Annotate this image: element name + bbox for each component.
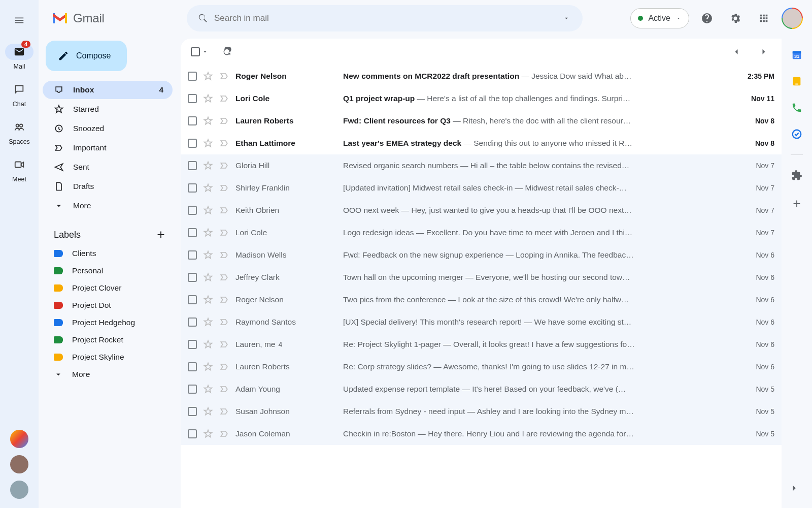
page-prev-button[interactable] xyxy=(726,41,747,62)
star-toggle[interactable] xyxy=(203,362,213,372)
email-row[interactable]: Madison Wells Fwd: Feedback on the new s… xyxy=(181,244,782,266)
star-toggle[interactable] xyxy=(203,205,213,215)
important-toggle[interactable] xyxy=(219,183,229,193)
important-toggle[interactable] xyxy=(219,317,229,327)
important-toggle[interactable] xyxy=(219,161,229,171)
search-input[interactable] xyxy=(214,13,555,23)
nav-item-more[interactable]: More xyxy=(43,197,173,215)
label-item[interactable]: Personal xyxy=(43,262,173,279)
compose-button[interactable]: Compose xyxy=(46,41,127,71)
important-toggle[interactable] xyxy=(219,93,229,104)
email-row[interactable]: Jason Coleman Checkin in re:Boston — Hey… xyxy=(181,423,782,445)
select-all-checkbox[interactable] xyxy=(188,44,211,59)
row-checkbox[interactable] xyxy=(188,385,197,394)
row-checkbox[interactable] xyxy=(188,183,197,193)
email-row[interactable]: Lauren Roberts Re: Corp strategy slides?… xyxy=(181,356,782,378)
star-toggle[interactable] xyxy=(203,317,213,327)
row-checkbox[interactable] xyxy=(188,116,197,125)
row-checkbox[interactable] xyxy=(188,206,197,215)
integration-shortcut-1[interactable] xyxy=(10,430,28,448)
important-toggle[interactable] xyxy=(219,362,229,372)
email-row[interactable]: Keith Obrien OOO next week — Hey, just w… xyxy=(181,199,782,221)
star-toggle[interactable] xyxy=(203,228,213,238)
important-toggle[interactable] xyxy=(219,339,229,350)
star-toggle[interactable] xyxy=(203,116,213,126)
nav-item-inbox[interactable]: Inbox4 xyxy=(43,81,173,99)
important-toggle[interactable] xyxy=(219,406,229,417)
add-label-button[interactable] xyxy=(155,229,166,240)
contacts-app-button[interactable] xyxy=(791,128,803,140)
label-item[interactable]: Project Hedgehog xyxy=(43,314,173,331)
search-bar[interactable] xyxy=(187,5,583,31)
email-row[interactable]: Adam Young Updated expense report templa… xyxy=(181,378,782,400)
search-options-button[interactable] xyxy=(555,7,578,29)
row-checkbox[interactable] xyxy=(188,72,197,81)
label-item[interactable]: Project Dot xyxy=(43,297,173,314)
nav-item-important[interactable]: Important xyxy=(43,139,173,157)
tasks-app-button[interactable] xyxy=(791,102,803,114)
nav-item-snoozed[interactable]: Snoozed xyxy=(43,119,173,138)
star-toggle[interactable] xyxy=(203,71,213,81)
star-toggle[interactable] xyxy=(203,93,213,104)
row-checkbox[interactable] xyxy=(188,295,197,304)
important-toggle[interactable] xyxy=(219,71,229,81)
nav-item-drafts[interactable]: Drafts xyxy=(43,177,173,196)
star-toggle[interactable] xyxy=(203,161,213,171)
row-checkbox[interactable] xyxy=(188,250,197,260)
row-checkbox[interactable] xyxy=(188,228,197,237)
important-toggle[interactable] xyxy=(219,228,229,238)
important-toggle[interactable] xyxy=(219,138,229,148)
refresh-button[interactable] xyxy=(216,41,238,62)
email-row[interactable]: Shirley Franklin [Updated invitation] Mi… xyxy=(181,177,782,199)
star-toggle[interactable] xyxy=(203,406,213,417)
main-menu-button[interactable] xyxy=(7,8,31,33)
email-row[interactable]: Roger Nelson New comments on MCR2022 dra… xyxy=(181,65,782,87)
email-row[interactable]: Roger Nelson Two pics from the conferenc… xyxy=(181,289,782,311)
star-toggle[interactable] xyxy=(203,384,213,394)
status-chip[interactable]: Active xyxy=(630,8,689,28)
row-checkbox[interactable] xyxy=(188,407,197,416)
star-toggle[interactable] xyxy=(203,295,213,305)
important-toggle[interactable] xyxy=(219,272,229,282)
settings-button[interactable] xyxy=(725,8,746,29)
label-item[interactable]: Project Rocket xyxy=(43,331,173,348)
account-avatar[interactable] xyxy=(782,8,803,29)
help-button[interactable] xyxy=(696,8,718,29)
row-checkbox[interactable] xyxy=(188,318,197,327)
row-checkbox[interactable] xyxy=(188,429,197,438)
contact-avatar-1[interactable] xyxy=(10,455,28,473)
rail-item-chat[interactable]: Chat xyxy=(5,81,33,108)
email-row[interactable]: Ethan Lattimore Last year's EMEA strateg… xyxy=(181,132,782,154)
row-checkbox[interactable] xyxy=(188,340,197,349)
row-checkbox[interactable] xyxy=(188,273,197,282)
contact-avatar-2[interactable] xyxy=(10,481,28,499)
rail-item-mail[interactable]: 4Mail xyxy=(5,44,33,70)
email-row[interactable]: Raymond Santos [UX] Special delivery! Th… xyxy=(181,311,782,333)
row-checkbox[interactable] xyxy=(188,161,197,170)
labels-more[interactable]: More xyxy=(43,366,173,383)
important-toggle[interactable] xyxy=(219,205,229,215)
email-row[interactable]: Lauren, me4 Re: Project Skylight 1-pager… xyxy=(181,333,782,356)
page-next-button[interactable] xyxy=(753,41,774,62)
star-toggle[interactable] xyxy=(203,339,213,350)
label-item[interactable]: Project Clover xyxy=(43,279,173,297)
email-row[interactable]: Jeffrey Clark Town hall on the upcoming … xyxy=(181,266,782,289)
get-addons-button[interactable] xyxy=(791,198,803,210)
important-toggle[interactable] xyxy=(219,295,229,305)
email-row[interactable]: Susan Johnson Referrals from Sydney - ne… xyxy=(181,400,782,423)
nav-item-sent[interactable]: Sent xyxy=(43,158,173,176)
important-toggle[interactable] xyxy=(219,429,229,439)
label-item[interactable]: Clients xyxy=(43,245,173,262)
nav-item-starred[interactable]: Starred xyxy=(43,100,173,118)
star-toggle[interactable] xyxy=(203,272,213,282)
row-checkbox[interactable] xyxy=(188,94,197,103)
rail-item-meet[interactable]: Meet xyxy=(5,156,33,183)
email-row[interactable]: Lori Cole Q1 project wrap-up — Here's a … xyxy=(181,87,782,110)
addons-button[interactable] xyxy=(791,169,803,181)
rail-item-spaces[interactable]: Spaces xyxy=(5,119,33,145)
email-row[interactable]: Lauren Roberts Fwd: Client resources for… xyxy=(181,110,782,132)
email-row[interactable]: Gloria Hill Revised organic search numbe… xyxy=(181,154,782,177)
important-toggle[interactable] xyxy=(219,384,229,394)
search-button[interactable] xyxy=(192,7,214,29)
star-toggle[interactable] xyxy=(203,138,213,148)
